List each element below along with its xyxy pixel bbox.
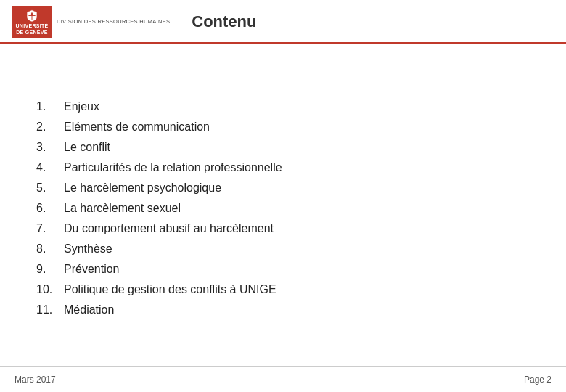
list-item: 7.Du comportement abusif au harcèlement	[36, 219, 530, 239]
item-number: 5.	[36, 178, 64, 198]
item-number: 11.	[36, 300, 64, 320]
item-text: Prévention	[64, 259, 120, 279]
page-title: Contenu	[192, 12, 256, 31]
header: UNIVERSITÉ DE GENÈVE DIVISION DES RESSOU…	[0, 0, 566, 44]
item-number: 2.	[36, 117, 64, 137]
item-text: Particularités de la relation profession…	[64, 158, 282, 178]
list-item: 4.Particularités de la relation professi…	[36, 158, 530, 178]
item-number: 9.	[36, 259, 64, 279]
list-item: 9.Prévention	[36, 259, 530, 279]
item-text: Synthèse	[64, 239, 112, 259]
list-item: 10.Politique de gestion des conflits à U…	[36, 279, 530, 300]
main-content: 1.Enjeux2.Eléments de communication3.Le …	[0, 44, 566, 366]
item-number: 10.	[36, 279, 64, 300]
item-number: 3.	[36, 137, 64, 158]
logo-box: UNIVERSITÉ DE GENÈVE	[12, 6, 52, 38]
unige-shield-icon	[24, 9, 40, 23]
item-text: Le harcèlement psychologique	[64, 178, 221, 198]
list-item: 6.La harcèlement sexuel	[36, 198, 530, 219]
item-number: 1.	[36, 97, 64, 117]
list-item: 11.Médiation	[36, 300, 530, 320]
item-text: Eléments de communication	[64, 117, 210, 137]
list-item: 3.Le conflit	[36, 137, 530, 158]
footer-page: Page 2	[524, 375, 551, 385]
header-subtitle: DIVISION DES RESSOURCES HUMAINES	[57, 18, 170, 26]
item-number: 4.	[36, 158, 64, 178]
item-text: Enjeux	[64, 97, 99, 117]
list-item: 5.Le harcèlement psychologique	[36, 178, 530, 198]
item-text: Du comportement abusif au harcèlement	[64, 219, 274, 239]
logo-area: UNIVERSITÉ DE GENÈVE DIVISION DES RESSOU…	[12, 6, 170, 38]
footer: Mars 2017 Page 2	[0, 366, 566, 392]
list-item: 2.Eléments de communication	[36, 117, 530, 137]
item-number: 6.	[36, 198, 64, 219]
logo-text: UNIVERSITÉ DE GENÈVE	[15, 23, 48, 36]
content-list: 1.Enjeux2.Eléments de communication3.Le …	[36, 97, 530, 320]
list-item: 1.Enjeux	[36, 97, 530, 117]
svg-point-2	[31, 13, 33, 15]
list-item: 8.Synthèse	[36, 239, 530, 259]
item-number: 8.	[36, 239, 64, 259]
item-text: Médiation	[64, 300, 114, 320]
item-text: Politique de gestion des conflits à UNIG…	[64, 279, 276, 300]
item-text: La harcèlement sexuel	[64, 198, 181, 219]
footer-date: Mars 2017	[15, 375, 56, 385]
item-number: 7.	[36, 219, 64, 239]
item-text: Le conflit	[64, 137, 110, 158]
